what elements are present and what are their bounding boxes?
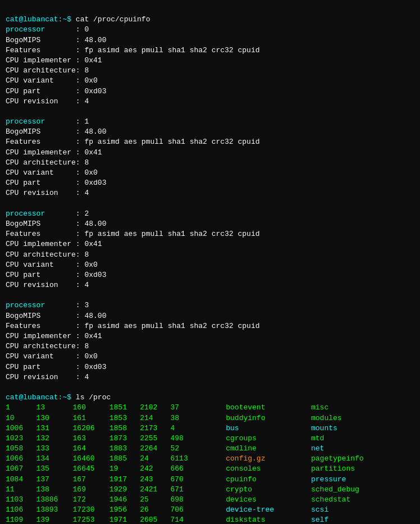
ls-cell: 2605 <box>140 515 170 524</box>
ls-cell: 1885 <box>109 454 140 464</box>
ls-cell: 1956 <box>109 505 140 515</box>
cmd1: cat /proc/cpuinfo <box>71 15 150 24</box>
ls-cell: 498 <box>171 434 201 444</box>
ls-cell: 134 <box>36 454 72 464</box>
proc-label-3: processor <box>6 301 45 309</box>
proc-sep-3: : 3 <box>45 301 89 309</box>
ls-cell <box>201 475 226 485</box>
ls-cell: 1006 <box>6 423 36 434</box>
ls-cell: 706 <box>171 505 201 515</box>
ls-cell: 242 <box>140 464 170 474</box>
ls-cell: 214 <box>140 413 170 423</box>
ls-cell: 172 <box>73 495 109 505</box>
ls-row-0: 1 13 160 1851 2102 37 bootevent misc <box>6 403 414 413</box>
proc-sep-2: : 2 <box>45 209 89 218</box>
ls-cell: 1873 <box>109 434 140 444</box>
ls-cell: 52 <box>171 444 201 454</box>
bogomips-3: BogoMIPS : 48.00 <box>6 312 106 320</box>
implementer-3: CPU implementer : 0x41 <box>6 332 102 340</box>
variant-2: CPU variant : 0x0 <box>6 261 98 269</box>
ls-row-7: 1084 137 167 1917 243 670 cpuinfo pressu… <box>6 475 414 485</box>
ls-cell: misc <box>311 403 414 413</box>
revision-3: CPU revision : 4 <box>6 373 89 381</box>
ls-cell: 19 <box>109 464 140 474</box>
features-1: Features : fp asimd aes pmull sha1 sha2 … <box>6 138 259 146</box>
features-0: Features : fp asimd aes pmull sha1 sha2 … <box>6 46 259 54</box>
variant-1: CPU variant : 0x0 <box>6 168 98 177</box>
implementer-0: CPU implementer : 0x41 <box>6 56 102 65</box>
prompt2: cat@lubancat:~$ <box>6 393 71 402</box>
ls-cell: 16645 <box>73 464 109 474</box>
ls-cell <box>201 464 226 474</box>
ls-cell <box>201 505 226 515</box>
ls-cell: 161 <box>73 413 109 423</box>
ls-cell: 24 <box>140 454 170 464</box>
ls-cell: cpuinfo <box>226 475 311 485</box>
ls-row-8: 11 138 169 1929 2421 671 crypto sched_de… <box>6 485 414 495</box>
ls-cell <box>201 485 226 495</box>
ls-cell: 2255 <box>140 434 170 444</box>
features-2: Features : fp asimd aes pmull sha1 sha2 … <box>6 230 259 238</box>
cmd2: ls /proc <box>71 393 111 402</box>
ls-cell: 38 <box>171 413 201 423</box>
ls-cell: 17230 <box>73 505 109 515</box>
ls-cell: 1067 <box>6 464 36 474</box>
ls-cell: pagetypeinfo <box>311 454 414 464</box>
ls-cell: 6113 <box>171 454 201 464</box>
ls-cell: 1851 <box>109 403 140 413</box>
ls-cell: 1084 <box>6 475 36 485</box>
ls-cell <box>201 434 226 444</box>
ls-cell: 13886 <box>36 495 72 505</box>
ls-row-4: 1058 133 164 1883 2264 52 cmdline net <box>6 444 414 454</box>
ls-cell: 160 <box>73 403 109 413</box>
ls-cell: 138 <box>36 485 72 495</box>
proc-label-1: processor <box>6 117 45 126</box>
ls-cell <box>201 495 226 505</box>
ls-cell: 1106 <box>6 505 36 515</box>
ls-cell: 10 <box>6 413 36 423</box>
ls-cell: 2102 <box>140 403 170 413</box>
ls-cell: 26 <box>140 505 170 515</box>
ls-cell: 698 <box>171 495 201 505</box>
ls-cell: 2173 <box>140 423 170 434</box>
ls-cell: scsi <box>311 505 414 515</box>
ls-row-2: 1006 131 16206 1858 2173 4 bus mounts <box>6 423 414 434</box>
ls-cell: 163 <box>73 434 109 444</box>
ls-cell: modules <box>311 413 414 423</box>
ls-cell: 130 <box>36 413 72 423</box>
ls-cell <box>201 454 226 464</box>
bogomips-0: BogoMIPS : 48.00 <box>6 36 106 44</box>
arch-3: CPU architecture: 8 <box>6 342 89 350</box>
ls-cell: config.gz <box>226 454 311 464</box>
ls-cell: 133 <box>36 444 72 454</box>
ls-cell: 132 <box>36 434 72 444</box>
ls-cell: diskstats <box>226 515 311 524</box>
ls-row-1: 10 130 161 1853 214 38 buddyinfo modules <box>6 413 414 423</box>
ls-cell: 13 <box>36 403 72 413</box>
proc-sep-0: : 0 <box>45 25 89 34</box>
ls-cell: mtd <box>311 434 414 444</box>
ls-cell: 164 <box>73 444 109 454</box>
ls-cell <box>201 444 226 454</box>
ls-cell: 25 <box>140 495 170 505</box>
variant-3: CPU variant : 0x0 <box>6 352 98 361</box>
ls-row-6: 1067 135 16645 19 242 666 consoles parti… <box>6 464 414 474</box>
part-2: CPU part : 0xd03 <box>6 271 106 279</box>
ls-cell: 1023 <box>6 434 36 444</box>
ls-row-9: 1103 13886 172 1946 25 698 devices sched… <box>6 495 414 505</box>
ls-cell: 1858 <box>109 423 140 434</box>
variant-0: CPU variant : 0x0 <box>6 76 98 85</box>
part-1: CPU part : 0xd03 <box>6 179 106 187</box>
arch-2: CPU architecture: 8 <box>6 250 89 259</box>
ls-cell: 714 <box>171 515 201 524</box>
ls-cell: 37 <box>171 403 201 413</box>
ls-cell: pressure <box>311 475 414 485</box>
ls-cell: 1883 <box>109 444 140 454</box>
implementer-1: CPU implementer : 0x41 <box>6 148 102 157</box>
ls-cell: sched_debug <box>311 485 414 495</box>
ls-row-10: 1106 13893 17230 1956 26 706 device-tree… <box>6 505 414 515</box>
ls-cell: 243 <box>140 475 170 485</box>
ls-cell: 1929 <box>109 485 140 495</box>
ls-cell: 1058 <box>6 444 36 454</box>
ls-cell: mounts <box>311 423 414 434</box>
